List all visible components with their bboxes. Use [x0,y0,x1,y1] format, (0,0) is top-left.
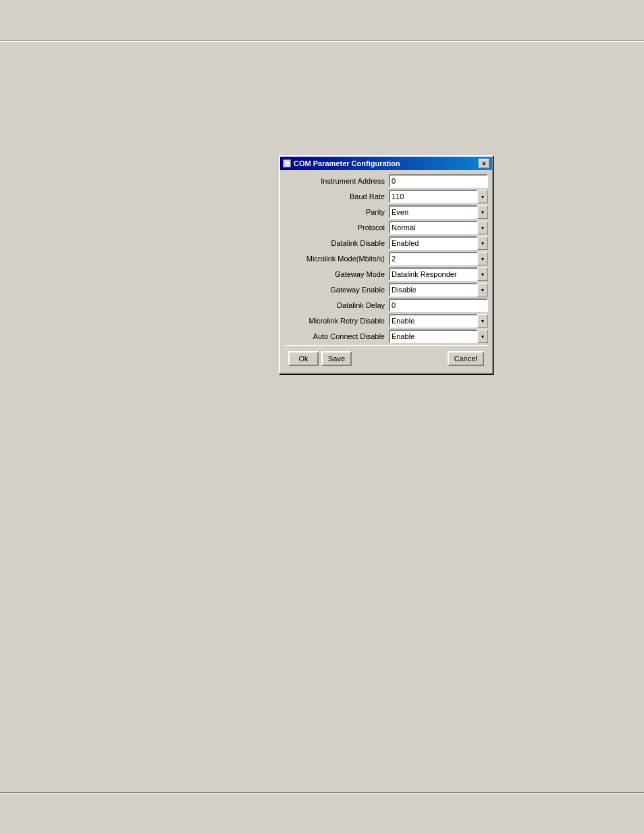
row-datalink-delay: Datalink Delay [284,298,488,312]
form-rows-container: Instrument AddressBaud Rate1103001200240… [284,174,488,343]
control-wrapper-gateway-mode: Datalink ResponderDatalink InitiatorMicr… [389,267,488,281]
input-datalink-delay[interactable] [389,298,488,312]
top-border [0,41,644,42]
control-wrapper-baud-rate: 11030012002400480096001920038400▼ [389,190,488,203]
row-parity: ParityEvenOddNone▼ [284,205,488,219]
label-instrument-address: Instrument Address [284,177,389,185]
select-protocol[interactable]: NormalEnhanced [389,221,488,234]
dialog-body: Instrument AddressBaud Rate1103001200240… [280,170,492,373]
dialog-title-icon: ⊞ [283,159,291,167]
control-wrapper-parity: EvenOddNone▼ [389,205,488,219]
select-baud-rate[interactable]: 11030012002400480096001920038400 [389,190,488,203]
control-wrapper-gateway-enable: DisableEnable▼ [389,283,488,296]
select-auto-connect-disable[interactable]: EnableDisable [389,330,488,343]
control-wrapper-protocol: NormalEnhanced▼ [389,221,488,234]
select-wrapper-datalink-disable: EnabledDisabled▼ [389,236,488,250]
dialog-title-text: ⊞ COM Parameter Configuration [283,159,400,167]
row-datalink-disable: Datalink DisableEnabledDisabled▼ [284,236,488,250]
control-wrapper-microlink-mode: 248▼ [389,252,488,265]
divider [284,345,488,346]
save-button[interactable]: Save [321,351,352,366]
dialog-buttons: Ok Save Cancel [284,348,488,370]
label-datalink-delay: Datalink Delay [284,301,389,309]
label-gateway-enable: Gateway Enable [284,286,389,294]
select-wrapper-gateway-enable: DisableEnable▼ [389,283,488,296]
dialog-titlebar: ⊞ COM Parameter Configuration × [280,157,492,170]
label-microlink-mode: Microlink Mode(Mbits/s) [284,255,389,263]
select-wrapper-microlink-retry-disable: EnableDisable▼ [389,314,488,328]
label-protocol: Protocol [284,224,389,232]
label-parity: Parity [284,208,389,216]
control-wrapper-datalink-delay [389,298,488,312]
close-button[interactable]: × [479,159,489,168]
select-wrapper-microlink-mode: 248▼ [389,252,488,265]
row-protocol: ProtocolNormalEnhanced▼ [284,221,488,234]
select-microlink-mode[interactable]: 248 [389,252,488,265]
label-baud-rate: Baud Rate [284,192,389,201]
control-wrapper-auto-connect-disable: EnableDisable▼ [389,330,488,343]
bottom-border [0,792,644,793]
cancel-button[interactable]: Cancel [448,351,484,366]
select-wrapper-baud-rate: 11030012002400480096001920038400▼ [389,190,488,203]
select-wrapper-auto-connect-disable: EnableDisable▼ [389,330,488,343]
select-gateway-enable[interactable]: DisableEnable [389,283,488,296]
label-gateway-mode: Gateway Mode [284,270,389,278]
ok-button[interactable]: Ok [288,351,319,366]
input-instrument-address[interactable] [389,174,488,188]
row-gateway-enable: Gateway EnableDisableEnable▼ [284,283,488,296]
label-datalink-disable: Datalink Disable [284,239,389,247]
row-microlink-retry-disable: Microlink Retry DisableEnableDisable▼ [284,314,488,328]
row-baud-rate: Baud Rate1103001200240048009600192003840… [284,190,488,203]
select-gateway-mode[interactable]: Datalink ResponderDatalink InitiatorMicr… [389,267,488,281]
select-wrapper-parity: EvenOddNone▼ [389,205,488,219]
select-wrapper-protocol: NormalEnhanced▼ [389,221,488,234]
control-wrapper-instrument-address [389,174,488,188]
control-wrapper-microlink-retry-disable: EnableDisable▼ [389,314,488,328]
control-wrapper-datalink-disable: EnabledDisabled▼ [389,236,488,250]
select-parity[interactable]: EvenOddNone [389,205,488,219]
com-parameter-dialog: ⊞ COM Parameter Configuration × Instrume… [279,155,493,374]
dialog-title: COM Parameter Configuration [294,159,400,167]
row-instrument-address: Instrument Address [284,174,488,188]
row-gateway-mode: Gateway ModeDatalink ResponderDatalink I… [284,267,488,281]
label-microlink-retry-disable: Microlink Retry Disable [284,317,389,325]
row-auto-connect-disable: Auto Connect DisableEnableDisable▼ [284,330,488,343]
select-wrapper-gateway-mode: Datalink ResponderDatalink InitiatorMicr… [389,267,488,281]
label-auto-connect-disable: Auto Connect Disable [284,332,389,340]
select-microlink-retry-disable[interactable]: EnableDisable [389,314,488,328]
row-microlink-mode: Microlink Mode(Mbits/s)248▼ [284,252,488,265]
select-datalink-disable[interactable]: EnabledDisabled [389,236,488,250]
